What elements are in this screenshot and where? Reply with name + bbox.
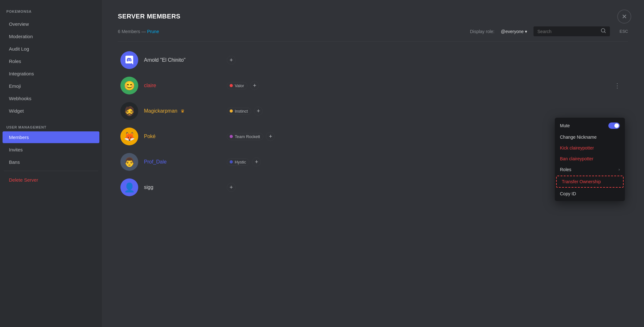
sidebar-item-invites[interactable]: Invites	[3, 144, 99, 156]
sidebar-item-label: Delete Server	[9, 177, 38, 183]
main-content: ✕ SERVER MEMBERS 6 Members — Prune Displ…	[102, 0, 644, 327]
sidebar-item-bans[interactable]: Bans	[3, 156, 99, 168]
member-options-button[interactable]: ⋮	[612, 80, 623, 91]
role-selector-value: @everyone	[501, 29, 524, 34]
context-menu-item-transfer-ownership[interactable]: Transfer Ownership	[556, 176, 624, 188]
role-selector-button[interactable]: @everyone ▾	[501, 29, 527, 34]
sidebar-item-label: Webhooks	[9, 96, 32, 101]
role-tag-label: Hystic	[235, 160, 246, 164]
sidebar-item-delete-server[interactable]: Delete Server	[3, 174, 99, 186]
role-tag-label: Instinct	[235, 109, 248, 114]
context-menu-item-ban[interactable]: Ban claireypotter	[555, 153, 625, 164]
search-icon	[601, 28, 606, 34]
role-tag: Hystic	[227, 158, 249, 166]
avatar: 👨	[120, 153, 138, 171]
add-role-button[interactable]: +	[252, 157, 261, 166]
member-row: 😊 claire Valor + ⋮	[118, 73, 628, 98]
sidebar-item-label: Overview	[9, 21, 29, 27]
member-row: 🧔 Magickarpman ♛ Instinct +	[118, 99, 628, 123]
mute-toggle[interactable]	[608, 122, 620, 129]
copy-id-label: Copy ID	[560, 191, 576, 196]
search-box	[533, 26, 610, 36]
members-count: 6 Members — Prune	[118, 29, 159, 34]
sidebar-item-moderation[interactable]: Moderation	[3, 31, 99, 42]
sidebar-item-overview[interactable]: Overview	[3, 18, 99, 30]
sidebar-item-label: Roles	[9, 59, 21, 64]
sidebar-item-label: Integrations	[9, 71, 34, 76]
members-header-row: 6 Members — Prune Display role: @everyon…	[118, 26, 628, 36]
ban-label: Ban claireypotter	[560, 156, 593, 161]
chevron-right-icon: ›	[619, 167, 620, 172]
sidebar-item-roles[interactable]: Roles	[3, 55, 99, 67]
sidebar-divider	[4, 171, 98, 171]
search-input[interactable]	[537, 29, 598, 34]
close-icon: ✕	[622, 13, 627, 20]
sidebar-item-integrations[interactable]: Integrations	[3, 68, 99, 80]
member-name: Magickarpman ♛	[144, 108, 208, 114]
role-tags: +	[227, 56, 628, 65]
sidebar-item-webhooks[interactable]: Webhooks	[3, 93, 99, 104]
change-nickname-label: Change Nickname	[560, 135, 597, 140]
member-row: Arnold "El Chinito" +	[118, 48, 628, 72]
role-tag: Instinct	[227, 108, 251, 115]
role-tag: Valor	[227, 82, 247, 89]
sidebar-item-label: Emoji	[9, 83, 21, 89]
role-tag-label: Valor	[235, 83, 244, 88]
sidebar-item-emoji[interactable]: Emoji	[3, 80, 99, 92]
sidebar-item-members[interactable]: Members	[3, 131, 99, 143]
page-title: SERVER MEMBERS	[118, 13, 628, 20]
sidebar-item-audit-log[interactable]: Audit Log	[3, 43, 99, 55]
display-role-label: Display role:	[470, 29, 494, 34]
sidebar-item-label: Audit Log	[9, 46, 29, 52]
context-menu-item-change-nickname[interactable]: Change Nickname	[555, 132, 625, 143]
member-row: 🦊 Poké Team Rockett +	[118, 124, 628, 149]
mute-label: Mute	[560, 123, 570, 128]
sidebar-item-label: Moderation	[9, 34, 33, 39]
member-row: 👨 Prof_Dale Hystic +	[118, 150, 628, 174]
role-tags: Instinct +	[227, 107, 628, 115]
add-role-button[interactable]: +	[227, 183, 236, 192]
add-role-button[interactable]: +	[227, 56, 236, 65]
context-menu-item-kick[interactable]: Kick claireypotter	[555, 143, 625, 153]
member-name: sigg	[144, 184, 208, 190]
member-name: Poké	[144, 134, 208, 139]
members-divider	[118, 41, 628, 42]
avatar	[120, 51, 138, 69]
kick-label: Kick claireypotter	[560, 145, 594, 150]
member-row: 👤 sigg +	[118, 175, 628, 199]
sidebar-item-label: Members	[9, 135, 29, 140]
role-dot	[230, 135, 233, 138]
context-menu-item-mute[interactable]: Mute	[555, 120, 625, 132]
member-name: Prof_Dale	[144, 159, 208, 165]
add-role-button[interactable]: +	[250, 81, 259, 90]
avatar: 😊	[120, 77, 138, 94]
roles-label: Roles	[560, 167, 571, 172]
chevron-down-icon: ▾	[525, 29, 527, 34]
context-menu: Mute Change Nickname Kick claireypotter …	[555, 118, 625, 201]
transfer-ownership-label: Transfer Ownership	[562, 179, 601, 184]
avatar: 🦊	[120, 128, 138, 145]
sidebar: POKEMONSA Overview Moderation Audit Log …	[0, 0, 102, 327]
avatar: 👤	[120, 178, 138, 196]
context-menu-item-copy-id[interactable]: Copy ID	[555, 188, 625, 199]
add-role-button[interactable]: +	[254, 107, 263, 115]
role-tag: Team Rockett	[227, 133, 263, 140]
member-name: Arnold "El Chinito"	[144, 57, 208, 63]
add-role-button[interactable]: +	[266, 132, 275, 141]
sidebar-item-label: Widget	[9, 108, 24, 114]
crown-icon: ♛	[181, 108, 185, 114]
role-dot	[230, 160, 233, 164]
prune-link[interactable]: Prune	[147, 29, 159, 34]
sidebar-item-label: Invites	[9, 147, 23, 152]
server-name: POKEMONSA	[0, 6, 102, 18]
role-dot	[230, 109, 233, 113]
avatar: 🧔	[120, 102, 138, 120]
close-button[interactable]: ✕	[617, 10, 631, 24]
sidebar-item-widget[interactable]: Widget	[3, 105, 99, 117]
role-tag-label: Team Rockett	[235, 134, 260, 139]
user-management-section-label: USER MANAGEMENT	[0, 120, 102, 131]
context-menu-item-roles[interactable]: Roles ›	[555, 164, 625, 175]
role-dot	[230, 84, 233, 87]
role-tags: Valor +	[227, 81, 628, 90]
member-name: claire	[144, 83, 208, 88]
